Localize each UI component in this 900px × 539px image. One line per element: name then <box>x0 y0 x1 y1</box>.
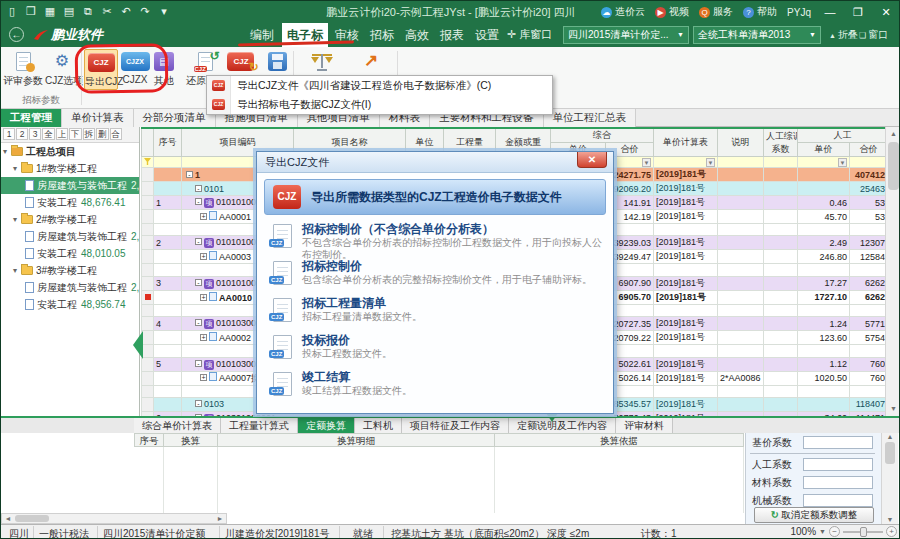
cjzx-button[interactable]: CJZX CJZX <box>120 49 150 85</box>
export-cjz-button[interactable]: CJZ 导出CJZ <box>84 49 118 90</box>
tab-quota-note-work[interactable]: 定额说明及工作内容 <box>509 418 616 433</box>
tab-review-material[interactable]: 评审材料 <box>616 418 673 433</box>
scroll-up-icon[interactable]: ▲ <box>886 127 900 141</box>
zoom-dropdown-icon[interactable]: ▼ <box>819 528 826 535</box>
dialog-option-control-price[interactable]: CJZ 招标控制价包含综合单价分析表的完整招标控制价文件，用于电子辅助评标。 <box>257 256 613 293</box>
export-other-button[interactable]: ▤ 其他 <box>151 49 177 88</box>
menu-tab-baobiao[interactable]: 报表 <box>436 23 468 47</box>
tree-merge-button[interactable]: 合 <box>110 128 123 140</box>
tree-up-button[interactable]: 上 <box>56 128 69 140</box>
video-button[interactable]: ▶视频 <box>651 1 693 23</box>
tree-item-building1[interactable]: ▾1#教学楼工程 <box>1 160 139 177</box>
tab-composite-price-calc[interactable]: 综合单价计算表 <box>134 418 221 433</box>
tab-unit-price-sheet[interactable]: 单价计算表 <box>62 109 134 127</box>
collapse-ribbon-button[interactable]: ▲折叠 <box>829 28 858 42</box>
library-window-button[interactable]: ✛库窗口 <box>507 27 552 42</box>
quota-icon <box>209 292 217 301</box>
tab-project-manage[interactable]: 工程管理 <box>1 109 62 127</box>
cancel-factor-adjust-button[interactable]: ↻ 取消定额系数调整 <box>754 507 874 523</box>
header-price-sheet[interactable]: 单价计算表 <box>654 128 718 157</box>
user-account[interactable]: PYJq <box>783 1 815 23</box>
labor-factor-input[interactable] <box>803 458 873 471</box>
header-composite-group[interactable]: 综合 <box>551 128 654 143</box>
window-button[interactable]: ❏窗口 <box>859 28 888 42</box>
tree-item-root[interactable]: ▾工程总项目 <box>1 143 139 160</box>
tab-fbfx-list[interactable]: 分部分项清单 <box>134 109 216 127</box>
zoom-out-icon[interactable]: − <box>829 526 840 537</box>
list-library-select[interactable]: 全统工料单清单2013▼ <box>693 26 821 44</box>
machine-factor-label: 机械系数 <box>752 494 792 508</box>
tree-item-building2-arch[interactable]: 房屋建筑与装饰工程2,... <box>1 228 139 245</box>
header-labor-group[interactable]: 人工 <box>798 128 888 143</box>
gear-icon: ⚙ <box>45 49 79 73</box>
tree-item-building1-arch[interactable]: 房屋建筑与装饰工程2,... <box>1 177 139 194</box>
scroll-down-icon[interactable]: ▼ <box>886 402 900 416</box>
tree-delete-button[interactable]: 删 <box>96 128 109 140</box>
menu-item-export-cjz-standard[interactable]: CJZ 导出CJZ文件《四川省建设工程造价电子数据标准》(C) <box>207 76 552 95</box>
header-labor-total[interactable]: 合价 <box>850 143 888 157</box>
base-price-factor-input[interactable] <box>803 436 873 449</box>
tree-item-building3-arch[interactable]: 房屋建筑与装饰工程2,... <box>1 279 139 296</box>
cost-cloud-button[interactable]: ☁造价云 <box>597 1 649 23</box>
quota-icon <box>209 251 217 260</box>
header-labor-unit-price[interactable]: 单价 <box>798 143 850 157</box>
horizontal-scrollbar[interactable]: ◄ ► <box>1 513 227 524</box>
tab-labor-material-machine[interactable]: 工料机 <box>355 418 402 433</box>
tree-item-building1-install[interactable]: 安装工程48,676.41 <box>1 194 139 211</box>
scroll-left-icon[interactable]: ◄ <box>2 514 14 523</box>
tree-level3-button[interactable]: 3 <box>29 128 41 140</box>
menu-item-export-bid-cjz[interactable]: CJZ 导出招标电子数据CJZ文件(I) <box>207 95 552 114</box>
quota-icon <box>209 332 217 341</box>
tree-down-button[interactable]: 下 <box>69 128 82 140</box>
scroll-right-icon[interactable]: ► <box>214 514 226 523</box>
filter-dropdown-icon[interactable]: ▼ <box>838 158 847 167</box>
service-button[interactable]: Q服务 <box>695 1 737 23</box>
dialog-option-control-price-no-analysis[interactable]: CJZ 招标控制价（不含综合单价分析表）不包含综合单价分析表的招标控制价工程数据… <box>257 219 613 256</box>
tab-quantity-formula[interactable]: 工程量计算式 <box>221 418 298 433</box>
back-icon[interactable]: ← <box>9 27 24 42</box>
dialog-option-bid-quote[interactable]: CJZ 投标报价投标工程数据文件。 <box>257 330 613 367</box>
header-note[interactable]: 说明 <box>718 128 764 157</box>
tab-unit-summary[interactable]: 单位工程汇总表 <box>544 109 637 127</box>
dialog-option-completion-settlement[interactable]: CJZ 竣工结算竣工结算工程数据文件。 <box>257 367 613 404</box>
tree-item-building2-install[interactable]: 安装工程48,010.05 <box>1 245 139 262</box>
zoom-slider-thumb[interactable] <box>860 527 867 537</box>
tab-feature-work-content[interactable]: 项目特征及工作内容 <box>402 418 509 433</box>
table-scrollbar[interactable]: ▲ ▼ <box>885 127 900 416</box>
tree-level2-button[interactable]: 2 <box>16 128 28 140</box>
review-params-button[interactable]: 评审参数 <box>3 49 43 88</box>
help-button[interactable]: ?帮助 <box>739 1 781 23</box>
tree-all-button[interactable]: 全 <box>42 128 55 140</box>
material-factor-label: 材料系数 <box>752 476 792 490</box>
quota-library-select[interactable]: 四川2015清单计价定...▼ <box>563 26 689 44</box>
close-button[interactable]: ✕ <box>873 1 899 23</box>
table-header-row: 序号 项目编码 项目名称 单位 工程量 金额或重 综合 单价计算表 说明 人工综… <box>142 128 888 143</box>
cjz-options-button[interactable]: ⚙ CJZ选项 <box>45 49 79 88</box>
menu-tab-gaoxiao[interactable]: 高效 <box>401 23 433 47</box>
menu-tab-shezhi[interactable]: 设置 <box>471 23 503 47</box>
material-factor-input[interactable] <box>803 476 873 489</box>
tree-item-building2[interactable]: ▾2#教学楼工程 <box>1 211 139 228</box>
tree-item-building3-install[interactable]: 安装工程48,956.74 <box>1 296 139 313</box>
dialog-close-icon[interactable]: ✕ <box>577 152 607 168</box>
tab-quota-conversion[interactable]: 定额换算 <box>298 418 355 433</box>
header-labor-factor[interactable]: 人工综调系数 <box>764 128 798 157</box>
zoom-in-icon[interactable]: + <box>886 526 897 537</box>
tree-split-button[interactable]: 拆 <box>83 128 96 140</box>
tree-item-building3[interactable]: ▾3#教学楼工程 <box>1 262 139 279</box>
zoom-slider[interactable] <box>843 531 883 533</box>
filter-dropdown-icon[interactable]: ▼ <box>642 158 651 167</box>
menu-tab-zhaobiao[interactable]: 招标 <box>366 23 398 47</box>
zoom-level[interactable]: 100% <box>790 526 816 537</box>
header-sn[interactable]: 序号 <box>154 128 182 157</box>
panel-scrollbar[interactable]: ▲▼ <box>881 433 898 524</box>
minimize-button[interactable]: — <box>817 1 843 23</box>
maximize-button[interactable]: ❐ <box>845 1 871 23</box>
machine-factor-input[interactable] <box>803 494 873 507</box>
tree-level1-button[interactable]: 1 <box>3 128 15 140</box>
scroll-th umb[interactable] <box>888 142 899 190</box>
scroll-thumb[interactable] <box>15 515 49 522</box>
filter-dropdown-icon[interactable]: ▼ <box>706 158 715 167</box>
dialog-option-bid-quantity-list[interactable]: CJZ 招标工程量清单招标工程量清单数据文件。 <box>257 293 613 330</box>
document-icon: CJZ <box>273 261 292 285</box>
